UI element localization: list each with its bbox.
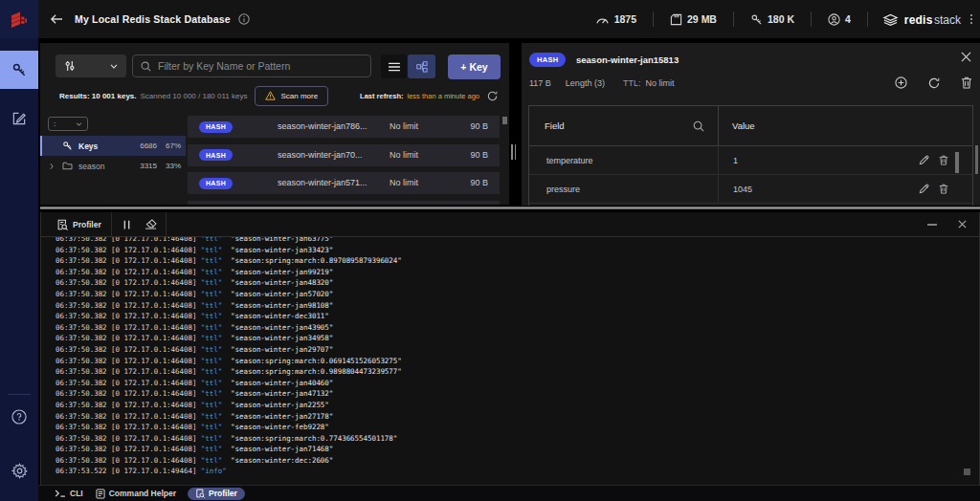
delete-key-icon[interactable] — [961, 76, 972, 89]
key-size: 90 B — [470, 178, 488, 187]
profiler-title: Profiler — [73, 220, 101, 229]
key-search-input[interactable]: Filter by Key Name or Pattern — [132, 54, 371, 77]
redis-stack-logo: redis stack — [868, 11, 967, 28]
key-name: season-winter-jan15813 — [576, 54, 679, 65]
tree-item-percent: 67% — [166, 142, 181, 150]
help-icon — [11, 409, 27, 425]
gauge-icon — [595, 13, 610, 26]
log-line: 06:37:50.382 [0 172.17.0.1:46408] "ttl" … — [56, 237, 978, 245]
refresh-icon[interactable] — [487, 91, 498, 101]
tree-item-percent: 33% — [166, 162, 181, 170]
stat-ops: 1875 — [579, 13, 653, 26]
profiler-tab-icon — [195, 489, 205, 498]
back-button[interactable] — [50, 13, 63, 25]
filter-sliders-icon — [64, 60, 76, 72]
close-details-icon[interactable] — [961, 52, 971, 62]
minimize-profiler-icon[interactable] — [927, 224, 937, 226]
key-ttl: No limit — [390, 150, 418, 160]
memory-icon — [670, 13, 682, 26]
clear-profiler-icon[interactable] — [145, 219, 157, 229]
delete-field-icon[interactable] — [939, 184, 948, 194]
results-count: Results: 10 001 keys. — [59, 92, 137, 100]
log-line: 06:37:50.382 [0 172.17.0.1:46408] "ttl" … — [56, 356, 978, 367]
scan-more-button[interactable]: Scan more — [255, 86, 328, 106]
field-cell: pressure — [529, 175, 719, 203]
log-line: 06:37:50.382 [0 172.17.0.1:46408] "ttl" … — [56, 378, 978, 389]
log-line: 06:37:50.382 [0 172.17.0.1:46408] "ttl" … — [56, 411, 978, 423]
tree-item-label: season — [78, 162, 104, 171]
table-scrollbar[interactable] — [955, 152, 959, 173]
field-row[interactable]: temperature1 — [529, 146, 972, 175]
info-icon[interactable] — [238, 13, 250, 25]
key-icon — [750, 13, 763, 26]
sidebar-item-workbench[interactable] — [0, 100, 38, 137]
sidebar-item-browser[interactable] — [0, 51, 38, 89]
field-cell: temperature — [529, 146, 719, 174]
log-line: 06:37:50.382 [0 172.17.0.1:46408] "ttl" … — [56, 455, 978, 467]
details-scrollbar[interactable] — [975, 145, 978, 174]
key-name: season-winter-jan786... — [278, 121, 368, 131]
key-size: 90 B — [470, 150, 488, 160]
tree-item-season[interactable]: season331533% — [40, 156, 186, 176]
key-icon — [57, 141, 77, 151]
pause-profiler-icon[interactable] — [123, 220, 130, 229]
field-row[interactable]: pressure1045 — [529, 175, 972, 204]
redis-logo[interactable] — [0, 0, 38, 38]
search-placeholder: Filter by Key Name or Pattern — [158, 60, 290, 72]
key-list-row[interactable]: HASHseason-winter-jan70...No limit90 B — [188, 144, 500, 166]
results-row: Results: 10 001 keys. Scanned 10 000 / 1… — [59, 85, 498, 106]
keylist-scrollbar[interactable] — [502, 117, 507, 124]
sidebar — [0, 38, 38, 501]
user-icon — [828, 13, 840, 26]
column-header-field[interactable]: Field — [529, 106, 719, 145]
profiler-scroll-thumb[interactable] — [964, 468, 970, 475]
top-header: My Local Redis Stack Database 1875 29 MB… — [0, 0, 980, 38]
key-list: HASHseason-winter-jan786...No limit90 BH… — [188, 110, 500, 205]
fields-table: Field Value temperature1pressure1045 — [528, 105, 973, 206]
list-view-button[interactable] — [381, 54, 407, 78]
close-profiler-icon[interactable] — [958, 220, 967, 229]
edit-field-icon[interactable] — [919, 184, 929, 194]
panel-resize-handle[interactable] — [511, 144, 516, 160]
sidebar-item-settings[interactable] — [0, 452, 38, 489]
log-line: 06:37:50.382 [0 172.17.0.1:46408] "ttl" … — [56, 245, 978, 256]
key-list-row[interactable]: HASHseason-winter-jan786...No limit90 B — [188, 116, 500, 138]
page-title: My Local Redis Stack Database — [75, 13, 231, 25]
delimiter-dropdown[interactable]: : — [48, 117, 88, 131]
tree-view-button[interactable] — [408, 54, 435, 78]
chevron-right-icon[interactable] — [46, 163, 57, 170]
edit-field-icon[interactable] — [919, 155, 929, 165]
field-search-icon[interactable] — [693, 120, 704, 132]
cli-tab[interactable]: CLI — [55, 489, 83, 498]
command-helper-tab[interactable]: Command Helper — [96, 489, 176, 499]
chevron-down-icon — [110, 64, 118, 69]
log-line: 06:37:50.382 [0 172.17.0.1:46408] "ttl" … — [56, 433, 978, 445]
profiler-tab[interactable]: Profiler — [188, 488, 245, 500]
add-key-button[interactable]: + Key — [448, 54, 501, 79]
filter-type-dropdown[interactable] — [56, 54, 126, 77]
log-line: 06:37:50.382 [0 172.17.0.1:46408] "ttl" … — [56, 366, 978, 378]
profiler-header: Profiler — [41, 212, 979, 237]
key-ttl: No limit — [390, 121, 418, 131]
last-refresh-value: less than a minute ago — [408, 92, 479, 100]
tree-item-keys[interactable]: Keys668667% — [40, 136, 186, 156]
column-header-value[interactable]: Value — [719, 120, 972, 131]
redis-stack-icon — [882, 12, 899, 27]
delete-field-icon[interactable] — [939, 155, 948, 165]
key-type-badge: HASH — [199, 178, 233, 189]
key-list-row[interactable] — [188, 201, 500, 206]
log-line: 06:37:50.382 [0 172.17.0.1:46408] "ttl" … — [56, 289, 978, 300]
key-list-row[interactable]: HASHseason-winter-jan571...No limit90 B — [188, 172, 500, 194]
sidebar-item-help[interactable] — [0, 399, 38, 435]
key-ttl: No limit — [390, 178, 418, 187]
log-line: 06:37:53.522 [0 172.17.0.1:49464] "info" — [56, 466, 978, 477]
bottom-bar: CLI Command Helper Profiler — [38, 485, 980, 501]
results-scanned: Scanned 10 000 / 180 011 keys — [141, 92, 248, 100]
add-field-icon[interactable] — [895, 76, 907, 89]
overflow-menu-icon[interactable] — [967, 14, 980, 24]
stat-memory: 29 MB — [654, 13, 733, 26]
horizontal-resize-handle[interactable] — [40, 207, 980, 209]
key-type-badge: HASH — [199, 149, 233, 161]
log-line: 06:37:50.382 [0 172.17.0.1:46408] "ttl" … — [56, 400, 978, 411]
refresh-key-icon[interactable] — [928, 77, 940, 89]
